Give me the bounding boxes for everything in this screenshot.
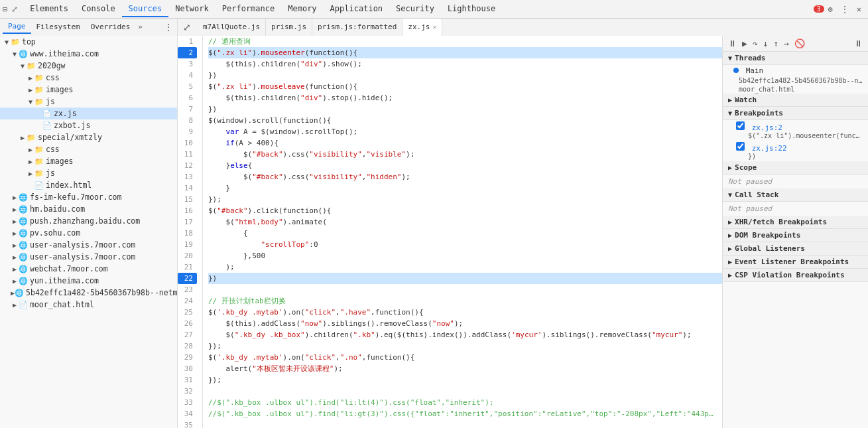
error-badge[interactable]: 3 <box>814 5 824 13</box>
close-devtools-icon[interactable]: ✕ <box>853 3 865 15</box>
step-btn[interactable]: → <box>781 38 792 49</box>
tree-label: top <box>22 37 36 46</box>
tree-arrow: ▶ <box>27 74 34 82</box>
section-arrow: ▶ <box>728 96 732 104</box>
tree-arrow: ▶ <box>11 242 19 249</box>
line-num-2[interactable]: 2 <box>178 47 197 58</box>
tree-item-css2[interactable]: ▶ 📁 css <box>0 143 177 155</box>
tree-item-indexhtml[interactable]: 📄 index.html <box>0 179 177 191</box>
step-into-btn[interactable]: ↓ <box>761 38 771 49</box>
tree-item-user1[interactable]: ▶ 🌐 user-analysis.7moor.com <box>0 239 177 251</box>
line-num-22[interactable]: 22 <box>178 273 197 284</box>
tab-lighthouse[interactable]: Lighthouse <box>441 1 502 17</box>
deactivate-breakpoints-btn[interactable]: 🚫 <box>792 38 808 49</box>
tree-label: js <box>46 97 55 106</box>
tree-item-top[interactable]: ▼ 📁 top <box>0 36 177 48</box>
section-arrow: ▼ <box>728 191 732 198</box>
tree-item-user2[interactable]: ▶ 🌐 user-analysis.7moor.com <box>0 251 177 263</box>
thread-label: Main <box>746 66 764 75</box>
secondary-tab-overrides[interactable]: Overrides <box>86 21 136 33</box>
bp-item-1[interactable]: zx.js:2 $(".zx li").mouseenter(func… <box>723 120 868 141</box>
more-options-icon[interactable]: ⋮ <box>837 3 853 15</box>
step-out-btn[interactable]: ↑ <box>771 38 781 49</box>
close-tab-icon[interactable]: ✕ <box>432 23 436 31</box>
tree-item-zxbotjs[interactable]: 📄 zxbot.js <box>0 119 177 131</box>
code-editor[interactable]: 1 2 3 4 5 6 7 8 9 10 11 12 13 14 15 16 1… <box>178 36 722 428</box>
tab-elements[interactable]: Elements <box>23 1 75 17</box>
tab-performance[interactable]: Performance <box>216 1 281 17</box>
tab-security[interactable]: Security <box>389 1 441 17</box>
breakpoints-section-header[interactable]: ▼ Breakpoints <box>723 107 868 120</box>
tab-memory[interactable]: Memory <box>281 1 323 17</box>
tab-console[interactable]: Console <box>75 1 122 17</box>
bp-checkbox-1[interactable] <box>736 121 745 130</box>
line-num-15: 15 <box>178 194 197 205</box>
tree-item-fsim[interactable]: ▶ 🌐 fs-im-kefu.7moor.com <box>0 191 177 203</box>
threads-section-header[interactable]: ▼ Threads <box>723 52 868 65</box>
bp-item-2[interactable]: zx.js:22 }) <box>723 141 868 161</box>
tree-item-css1[interactable]: ▶ 📁 css <box>0 72 177 84</box>
line-num-28: 28 <box>178 340 197 352</box>
file-tab-prism[interactable]: prism.js <box>266 19 312 36</box>
tree-item-moorhtml[interactable]: ▶ 📄 moor_chat.html <box>0 299 177 311</box>
tree-item-hmbaidu[interactable]: ▶ 🌐 hm.baidu.com <box>0 203 177 215</box>
code-line-4: }) <box>208 70 722 81</box>
thread-dot <box>733 68 739 73</box>
tree-item-images2[interactable]: ▶ 📁 images <box>0 155 177 167</box>
tree-item-js1[interactable]: ▼ 📁 js <box>0 96 177 108</box>
expand-panels-icon[interactable]: ⤢ <box>179 21 195 34</box>
event-listener-section-header[interactable]: ▶ Event Listener Breakpoints <box>723 256 868 269</box>
tab-network[interactable]: Network <box>168 1 216 17</box>
line-num-31: 31 <box>178 374 197 386</box>
resume-btn[interactable]: ▶ <box>739 38 750 49</box>
code-line-28: }); <box>208 340 722 352</box>
tree-item-images1[interactable]: ▶ 📁 images <box>0 84 177 96</box>
code-line-2: $(".zx li").mouseenter(function(){ <box>208 47 722 58</box>
tree-item-itheima[interactable]: ▼ 🌐 www.itheima.com <box>0 48 177 60</box>
file-tab-zxjs[interactable]: zx.js ✕ <box>403 19 442 36</box>
tree-item-2020gw[interactable]: ▼ 📁 2020gw <box>0 60 177 72</box>
tab-sources[interactable]: Sources <box>122 1 169 17</box>
tree-item-yun[interactable]: ▶ 🌐 yun.itheima.com <box>0 275 177 287</box>
dom-section-header[interactable]: ▶ DOM Breakpoints <box>723 229 868 242</box>
tree-item-js2[interactable]: ▶ 📁 js <box>0 167 177 179</box>
more-tabs-chevron[interactable]: » <box>135 21 145 33</box>
tree-item-special[interactable]: ▶ 📁 special/xmtzly <box>0 131 177 143</box>
bp-checkbox-2[interactable] <box>736 142 745 151</box>
call-stack-section-header[interactable]: ▼ Call Stack <box>723 188 868 202</box>
tree-item-pv[interactable]: ▶ 🌐 pv.sohu.com <box>0 227 177 239</box>
csp-section-header[interactable]: ▶ CSP Violation Breakpoints <box>723 269 868 282</box>
line-num-32: 32 <box>178 386 197 397</box>
file-tab-m7allquote[interactable]: m7AllQuote.js <box>198 19 266 36</box>
step-over-btn[interactable]: ↷ <box>750 38 761 49</box>
thread-main[interactable]: Main <box>723 65 868 76</box>
tree-label: 5b42effc1a482-5b4560367b98b--netmar… <box>26 288 178 297</box>
globe-icon: 🌐 <box>15 289 24 297</box>
tree-label: user-analysis.7moor.com <box>30 240 135 250</box>
code-line-1: // 通用查询 <box>208 36 722 47</box>
secondary-tab-filesystem[interactable]: Filesystem <box>31 21 86 33</box>
globe-icon: 🌐 <box>19 265 28 273</box>
tree-item-webchat[interactable]: ▶ 🌐 webchat.7moor.com <box>0 263 177 275</box>
scope-section-header[interactable]: ▶ Scope <box>723 161 868 175</box>
tree-item-5b42[interactable]: ▶ 🌐 5b42effc1a482-5b4560367b98b--netmar… <box>0 287 177 299</box>
code-line-20: },500 <box>208 250 722 261</box>
watch-section-header[interactable]: ▶ Watch <box>723 94 868 107</box>
file-tab-prism-formatted[interactable]: prism.js:formatted <box>312 19 403 36</box>
tree-item-push[interactable]: ▶ 🌐 push.zhanzhang.baidu.com <box>0 215 177 227</box>
folder-icon: 📁 <box>34 157 44 166</box>
tree-item-zxjs[interactable]: 📄 zx.js <box>0 108 177 119</box>
code-line-27: $(".kb_dy .kb_box").children(".kb").eq($… <box>208 329 722 340</box>
pause-on-exceptions-btn[interactable]: ⏸ <box>851 38 865 49</box>
code-line-33: //$(".kb_box .ulbox ul").find("li:lt(4)"… <box>208 397 722 408</box>
global-listeners-section-header[interactable]: ▶ Global Listeners <box>723 242 868 256</box>
secondary-tab-page[interactable]: Page <box>3 20 31 34</box>
settings-icon[interactable]: ⚙ <box>824 3 837 15</box>
sidebar-more-icon[interactable]: ⋮ <box>160 21 177 34</box>
xhr-section-header[interactable]: ▶ XHR/fetch Breakpoints <box>723 216 868 229</box>
line-num-24: 24 <box>178 295 197 307</box>
line-num-27: 27 <box>178 329 197 340</box>
pause-btn[interactable]: ⏸ <box>725 38 739 49</box>
tab-application[interactable]: Application <box>324 1 389 17</box>
code-content[interactable]: // 通用查询 $(".zx li").mouseenter(function(… <box>203 36 722 428</box>
